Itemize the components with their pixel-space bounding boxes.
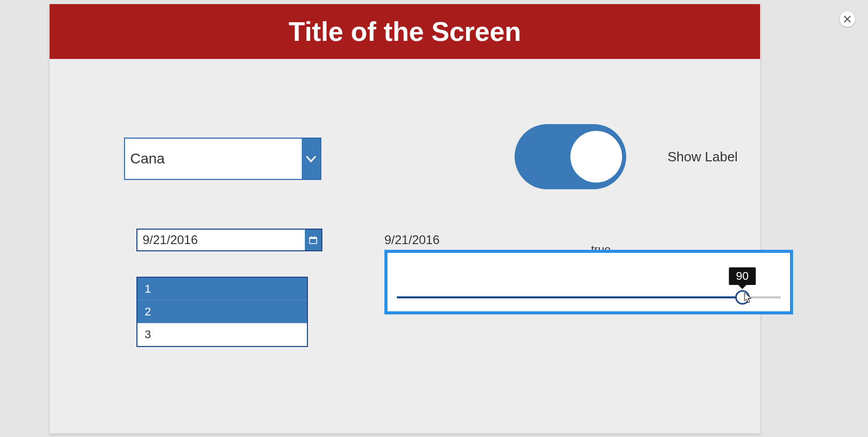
country-dropdown[interactable]: Cana bbox=[124, 138, 321, 180]
close-icon bbox=[844, 16, 851, 23]
cursor-icon bbox=[744, 292, 753, 305]
date-value: 9/21/2016 bbox=[137, 233, 305, 247]
svg-rect-2 bbox=[311, 236, 312, 238]
toggle-label: Show Label bbox=[668, 149, 738, 165]
list-item[interactable]: 3 bbox=[137, 323, 307, 346]
date-button[interactable] bbox=[305, 230, 321, 250]
date-picker[interactable]: 9/21/2016 bbox=[136, 229, 322, 251]
close-button[interactable] bbox=[840, 11, 855, 27]
list-item[interactable]: 2 bbox=[137, 300, 307, 323]
dropdown-value: Cana bbox=[125, 150, 302, 167]
date-display-label: 9/21/2016 bbox=[384, 233, 440, 247]
slider-fill bbox=[397, 296, 742, 298]
slider-tooltip: 90 bbox=[729, 267, 755, 285]
dropdown-button[interactable] bbox=[302, 139, 320, 179]
slider-container: 90 bbox=[384, 250, 793, 314]
calendar-icon bbox=[309, 236, 317, 244]
slider[interactable]: 90 bbox=[397, 296, 781, 298]
screen-title: Title of the Screen bbox=[289, 16, 521, 47]
chevron-down-icon bbox=[305, 153, 317, 165]
list-item[interactable]: 1 bbox=[137, 278, 307, 300]
listbox[interactable]: 123 bbox=[136, 277, 308, 347]
header-bar: Title of the Screen bbox=[50, 4, 760, 59]
svg-rect-3 bbox=[315, 236, 316, 238]
screen-panel: Title of the Screen Cana Show Label 9/21… bbox=[50, 4, 760, 433]
svg-rect-1 bbox=[309, 237, 317, 239]
toggle-knob bbox=[570, 131, 622, 183]
show-label-toggle[interactable] bbox=[515, 124, 626, 189]
